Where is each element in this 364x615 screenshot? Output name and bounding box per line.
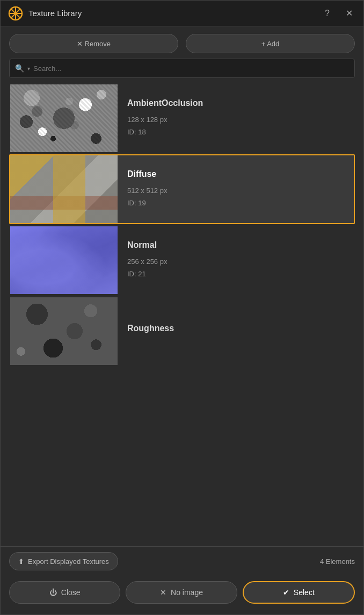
no-image-button[interactable]: ✕ No image: [126, 581, 237, 604]
search-bar[interactable]: 🔍 ▾: [9, 59, 355, 78]
footer-top: ⬆ Export Displayed Textures 4 Elements: [1, 547, 363, 576]
search-input[interactable]: [33, 65, 349, 73]
export-label: Export Displayed Textures: [28, 557, 109, 566]
texture-list: AmbientOcclusion 128 x 128 px ID: 18 Dif…: [1, 83, 363, 546]
close-window-button[interactable]: ✕: [343, 7, 356, 19]
no-image-label: No image: [171, 588, 203, 597]
close-button[interactable]: ⏻ Close: [9, 581, 120, 604]
toolbar: ✕ Remove + Add: [1, 26, 363, 59]
footer: ⬆ Export Displayed Textures 4 Elements ⏻…: [1, 546, 363, 614]
texture-meta-ao: 128 x 128 px ID: 18: [127, 113, 344, 139]
remove-button[interactable]: ✕ Remove: [9, 34, 178, 53]
texture-thumbnail-roughness: [10, 297, 118, 365]
export-button[interactable]: ⬆ Export Displayed Textures: [9, 552, 118, 570]
title-bar: Texture Library ? ✕: [1, 1, 363, 26]
export-icon: ⬆: [18, 557, 24, 566]
texture-name-ao: AmbientOcclusion: [127, 98, 344, 108]
texture-name-normal: Normal: [127, 240, 344, 250]
texture-thumbnail-diffuse: [10, 155, 118, 223]
texture-item-diffuse[interactable]: Diffuse 512 x 512 px ID: 19: [9, 154, 355, 224]
close-label: Close: [61, 588, 81, 597]
texture-id-ao: ID: 18: [127, 126, 344, 138]
help-button[interactable]: ?: [322, 8, 333, 19]
texture-info-ao: AmbientOcclusion 128 x 128 px ID: 18: [118, 98, 354, 139]
texture-library-window: Texture Library ? ✕ ✕ Remove + Add 🔍 ▾ A…: [0, 0, 364, 615]
texture-size-diffuse: 512 x 512 px: [127, 184, 344, 197]
footer-bottom: ⏻ Close ✕ No image ✔ Select: [1, 576, 363, 614]
select-button[interactable]: ✔ Select: [243, 581, 355, 604]
texture-thumbnail-ao: [10, 84, 118, 152]
search-icon: 🔍: [15, 64, 24, 73]
texture-thumbnail-normal: [10, 226, 118, 294]
no-image-icon: ✕: [160, 588, 166, 597]
texture-info-roughness: Roughness: [118, 324, 354, 339]
texture-id-diffuse: ID: 19: [127, 197, 344, 209]
elements-count: 4 Elements: [320, 557, 355, 566]
title-actions: ? ✕: [322, 7, 356, 19]
texture-item-roughness[interactable]: Roughness: [9, 296, 355, 366]
texture-meta-diffuse: 512 x 512 px ID: 19: [127, 184, 344, 210]
texture-item-normal[interactable]: Normal 256 x 256 px ID: 21: [9, 225, 355, 295]
texture-info-normal: Normal 256 x 256 px ID: 21: [118, 240, 354, 281]
texture-id-normal: ID: 21: [127, 268, 344, 280]
texture-size-ao: 128 x 128 px: [127, 113, 344, 126]
select-icon: ✔: [283, 588, 289, 597]
window-title: Texture Library: [28, 9, 322, 18]
texture-name-diffuse: Diffuse: [127, 169, 344, 179]
texture-size-normal: 256 x 256 px: [127, 255, 344, 268]
texture-name-roughness: Roughness: [127, 324, 344, 333]
app-logo: [8, 6, 23, 21]
search-dropdown-icon[interactable]: ▾: [27, 66, 30, 71]
close-icon: ⏻: [49, 588, 57, 597]
texture-info-diffuse: Diffuse 512 x 512 px ID: 19: [118, 169, 354, 210]
texture-meta-normal: 256 x 256 px ID: 21: [127, 255, 344, 281]
texture-item-ao[interactable]: AmbientOcclusion 128 x 128 px ID: 18: [9, 83, 355, 153]
add-button[interactable]: + Add: [186, 34, 355, 53]
select-label: Select: [294, 588, 315, 597]
